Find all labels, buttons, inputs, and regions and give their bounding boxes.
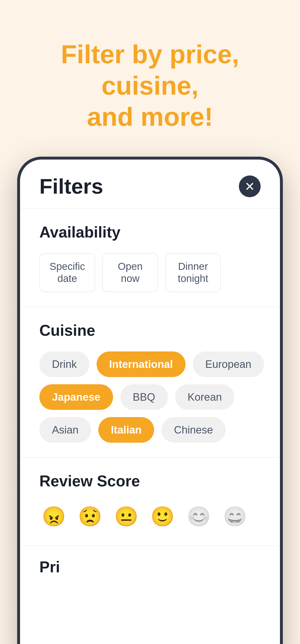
chip-specific-date[interactable]: Specificdate xyxy=(39,253,95,292)
cuisine-title: Cuisine xyxy=(39,322,261,340)
chip-dinner-tonight[interactable]: Dinnertonight xyxy=(165,253,221,292)
emoji-very-good[interactable]: 😊 xyxy=(184,502,213,531)
availability-chips-row: Specificdate Opennow Dinnertonight xyxy=(39,253,261,292)
filters-title: Filters xyxy=(39,174,103,199)
cuisine-section: Cuisine Drink International European Jap… xyxy=(20,307,280,458)
cuisine-chips-container: Drink International European Japanese BB… xyxy=(39,352,261,443)
chip-european[interactable]: European xyxy=(193,352,264,377)
chip-drink[interactable]: Drink xyxy=(39,352,89,377)
close-icon xyxy=(245,182,255,191)
hero-section: Filter by price, cuisine, and more! xyxy=(0,0,300,157)
phone-frame: Filters Availability Specificdate Openno… xyxy=(17,157,283,644)
chip-open-now[interactable]: Opennow xyxy=(102,253,158,292)
availability-section: Availability Specificdate Opennow Dinner… xyxy=(20,209,280,307)
review-score-title: Review Score xyxy=(39,472,261,490)
emoji-terrible[interactable]: 😠 xyxy=(39,502,68,531)
cuisine-row-3: Asian Italian Chinese xyxy=(39,417,261,443)
emoji-row: 😠 😟 😐 🙂 😊 😄 xyxy=(39,502,261,531)
price-section: Pri xyxy=(20,546,280,576)
chip-japanese[interactable]: Japanese xyxy=(39,384,113,410)
price-title: Pri xyxy=(39,558,261,576)
chip-italian[interactable]: Italian xyxy=(98,417,154,443)
availability-title: Availability xyxy=(39,223,261,241)
emoji-good[interactable]: 🙂 xyxy=(148,502,177,531)
emoji-excellent[interactable]: 😄 xyxy=(220,502,249,531)
chip-international[interactable]: International xyxy=(97,352,185,377)
emoji-neutral[interactable]: 😐 xyxy=(112,502,141,531)
hero-title: Filter by price, cuisine, and more! xyxy=(19,38,281,132)
chip-asian[interactable]: Asian xyxy=(39,417,91,443)
cuisine-row-1: Drink International European xyxy=(39,352,261,377)
chip-bbq[interactable]: BBQ xyxy=(120,384,168,410)
close-button[interactable] xyxy=(239,176,261,197)
review-score-section: Review Score 😠 😟 😐 🙂 😊 😄 xyxy=(20,458,280,546)
phone-screen: Filters Availability Specificdate Openno… xyxy=(20,160,280,644)
chip-korean[interactable]: Korean xyxy=(175,384,234,410)
filters-header: Filters xyxy=(20,160,280,209)
chip-chinese[interactable]: Chinese xyxy=(161,417,225,443)
emoji-bad[interactable]: 😟 xyxy=(76,502,105,531)
cuisine-row-2: Japanese BBQ Korean xyxy=(39,384,261,410)
